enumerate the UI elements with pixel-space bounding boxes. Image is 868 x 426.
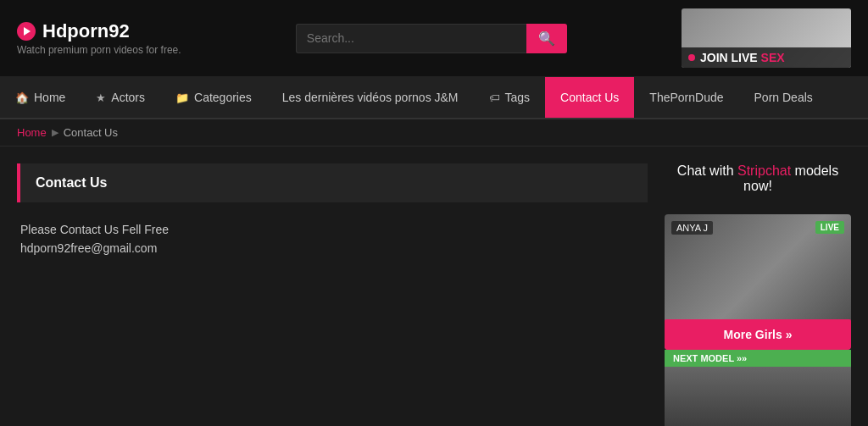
nav-porndeals[interactable]: Porn Deals [739,77,828,118]
breadcrumb-separator: ▶ [52,127,58,138]
search-form: 🔍 [296,24,567,53]
breadcrumb-current: Contact Us [64,126,118,139]
content-area: Contact Us Please Contact Us Fell Free h… [17,163,648,426]
logo-area: Hdporn92 Watch premium porn videos for f… [17,20,181,56]
nav-contact[interactable]: Contact Us [545,77,634,118]
live-badge: LIVE [815,221,844,234]
nav-actors[interactable]: ★ Actors [81,77,160,118]
search-area: 🔍 [198,24,665,53]
nav-tags[interactable]: 🏷 Tags [474,77,546,118]
search-input[interactable] [296,24,526,53]
nav-tags-label: Tags [505,91,531,104]
contact-intro: Please Contact Us Fell Free [20,223,644,236]
join-live-text: JOIN LIVE SEX [700,51,785,64]
user-badge: ANYA J [671,221,713,235]
contact-section-header: Contact Us [17,163,648,202]
breadcrumb-home[interactable]: Home [17,126,47,139]
next-model-bar[interactable]: NEXT MODEL »» [665,350,851,367]
tag-icon: 🏷 [489,91,500,104]
nav-home[interactable]: 🏠 Home [0,77,81,118]
site-name: Hdporn92 [42,20,130,42]
search-button[interactable]: 🔍 [526,24,567,53]
logo-title: Hdporn92 [17,20,181,42]
home-icon: 🏠 [15,91,29,104]
live-dot-icon [688,54,695,61]
sidebar-live-block: ANYA J LIVE More Girls » NEXT MODEL »» [665,214,851,426]
navigation: 🏠 Home ★ Actors 📁 Categories Les dernièr… [0,77,868,119]
contact-email: hdporn92free@gmail.com [20,241,644,255]
nav-latest-label: Les dernières vidéos pornos J&M [282,91,459,104]
play-icon [17,22,36,41]
star-icon: ★ [96,91,106,104]
join-live-banner: JOIN LIVE SEX [682,47,851,68]
nav-categories[interactable]: 📁 Categories [160,77,267,118]
chat-promo: Chat with Stripchat models now! [665,163,851,194]
breadcrumb: Home ▶ Contact Us [0,119,868,147]
nav-categories-label: Categories [194,91,252,104]
sidebar-live-image[interactable]: ANYA J LIVE More Girls » [665,214,851,350]
nav-contact-label: Contact Us [560,91,619,104]
nav-theporndude[interactable]: ThePornDude [634,77,738,118]
sidebar-next-model-image[interactable] [665,367,851,426]
nav-theporndude-label: ThePornDude [649,91,723,104]
logo-subtitle: Watch premium porn videos for free. [17,44,181,56]
next-model-label: NEXT MODEL »» [673,353,747,363]
folder-icon: 📁 [175,91,189,104]
chat-promo-brand: Stripchat [737,163,791,178]
header: Hdporn92 Watch premium porn videos for f… [0,0,868,77]
main-layout: Contact Us Please Contact Us Fell Free h… [0,147,868,426]
chat-promo-text: Chat with [677,163,737,178]
banner-area[interactable]: JOIN LIVE SEX [682,8,851,68]
nav-porndeals-label: Porn Deals [754,91,813,104]
nav-actors-label: Actors [111,91,145,104]
nav-home-label: Home [34,91,65,104]
nav-latest[interactable]: Les dernières vidéos pornos J&M [267,77,474,118]
contact-body: Please Contact Us Fell Free hdporn92free… [17,223,648,255]
sidebar: Chat with Stripchat models now! ANYA J L… [665,163,851,426]
contact-title: Contact Us [36,175,107,190]
more-girls-button[interactable]: More Girls » [665,319,851,350]
